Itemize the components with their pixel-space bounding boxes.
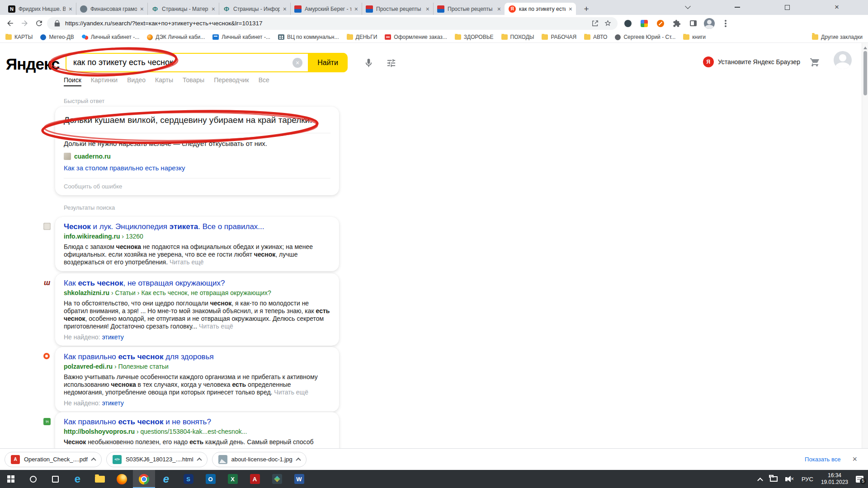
bookmark-item[interactable]: ВЦ по коммунальн... [278,34,339,40]
start-button[interactable] [0,470,22,488]
browser-menu-button[interactable] [720,18,731,29]
bookmark-item[interactable]: АВТО [584,34,607,40]
chevron-up-icon[interactable] [91,457,96,462]
taskbar-app-word[interactable] [288,470,310,488]
volume-muted-icon[interactable]: × [785,476,794,482]
back-button[interactable] [4,17,16,30]
browser-tab-2[interactable]: Финансовая грамотность× [76,3,147,15]
result-title-link[interactable]: Чеснок и лук. Энциклопедия этикета. Все … [64,222,330,231]
tab-maps[interactable]: Карты [155,76,173,86]
tab-close-icon[interactable]: × [69,5,72,13]
action-center-icon[interactable]: 5 [856,476,863,483]
other-bookmarks-button[interactable]: Другие закладки [812,34,863,40]
search-settings-icon[interactable] [385,57,397,69]
report-error-link[interactable]: Сообщить об ошибке [64,183,330,190]
extension-stamp-icon[interactable] [655,18,666,29]
taskbar-search-button[interactable] [22,470,44,488]
bookmark-item[interactable]: ЗДОРОВЬЕ [455,34,494,40]
chevron-up-icon[interactable] [197,457,202,462]
show-all-downloads-link[interactable]: Показать все [805,456,840,463]
taskbar-app-acrobat[interactable] [244,470,266,488]
taskbar-app-skype[interactable] [177,470,199,488]
tab-search[interactable]: Поиск [64,76,81,86]
download-item-pdf[interactable]: Operation_Check_....pdf [5,452,102,467]
tab-goods[interactable]: Товары [183,76,204,86]
browser-tab-4[interactable]: Страницы - Информацио× [219,3,290,15]
scrollbar-thumb[interactable] [863,51,867,95]
share-icon[interactable] [590,19,599,28]
browser-tab-7[interactable]: Простые рецепты | Стран× [433,3,505,15]
language-indicator[interactable]: РУС [802,476,813,483]
browser-tab-6[interactable]: Простые рецепты | Стран× [362,3,433,15]
scroll-up-arrow-icon[interactable] [863,45,867,49]
bookmark-item[interactable]: Личный кабинет -... [212,34,270,40]
tab-search-chevron-icon[interactable] [678,0,697,14]
result-url[interactable]: shkolazhizni.ru › Статьи › Как есть чесн… [64,289,330,296]
not-found-term-link[interactable]: этикету [102,333,124,341]
taskbar-app-photos[interactable] [266,470,288,488]
tab-close-icon[interactable]: × [354,5,358,13]
quick-answer-source[interactable]: cuaderno.ru [64,153,330,160]
side-panel-button[interactable] [687,18,699,29]
browser-tab-3[interactable]: Страницы - Материалы д× [147,3,219,15]
bookmark-item[interactable]: книги [683,34,706,40]
taskbar-app-chrome-active[interactable] [133,470,155,488]
tab-close-icon[interactable]: × [283,5,287,13]
taskbar-app-ie[interactable] [155,470,177,488]
browser-tab-8-active[interactable]: как по этикету есть чесно× [505,3,576,15]
bookmark-item[interactable]: Личный кабинет -... [82,34,140,40]
profile-avatar[interactable] [703,18,715,29]
page-scrollbar[interactable] [862,43,868,448]
extension-palette-icon[interactable] [638,18,650,29]
tab-close-icon[interactable]: × [569,5,572,13]
tab-images[interactable]: Картинки [91,76,118,86]
task-view-button[interactable] [44,470,66,488]
chevron-up-icon[interactable] [296,457,301,462]
extensions-puzzle-button[interactable] [671,18,683,29]
result-url[interactable]: info.wikireading.ru › 13260 [64,233,330,240]
result-url[interactable]: polzavred-edi.ru › Полезные статьи [64,363,330,370]
clear-search-icon[interactable]: × [292,58,302,68]
clock[interactable]: 16:3419.01.2023 [821,472,848,486]
lock-icon[interactable] [52,19,61,28]
new-tab-button[interactable]: + [580,3,592,15]
taskbar-app-edge[interactable] [66,470,89,488]
bookmark-item[interactable]: Оформление заказ... [385,34,447,40]
voice-search-mic-icon[interactable] [363,57,374,69]
tab-close-icon[interactable]: × [426,5,429,13]
download-item-html[interactable]: S035KJ6_180123_....html [106,452,208,467]
window-minimize-button[interactable] [728,0,747,14]
extension-timer-icon[interactable] [622,18,634,29]
browser-tab-5[interactable]: Амурский Берег - террито× [290,3,362,15]
tab-all[interactable]: Все [259,76,269,86]
bookmark-item[interactable]: Метео-ДВ [40,34,74,40]
download-item-image[interactable]: about-license-doc-1.jpg [212,452,307,467]
taskbar-app-firefox[interactable] [111,470,133,488]
tab-close-icon[interactable]: × [140,5,144,13]
user-avatar[interactable] [834,51,852,69]
bookmark-item[interactable]: ПОХОДЫ [501,34,534,40]
tab-video[interactable]: Видео [127,76,146,86]
forward-button[interactable] [18,17,31,30]
search-input[interactable]: как по этикету есть чеснок × [66,53,308,72]
tab-close-icon[interactable]: × [497,5,501,13]
result-url[interactable]: http://bolshoyvopros.ru › questions/1538… [64,428,330,435]
browser-tab-1[interactable]: Фридрих Ницше. Весёлая× [5,3,76,15]
bookmark-item[interactable]: КАРТЫ [5,34,33,40]
window-close-button[interactable]: × [827,0,846,14]
install-yandex-browser-banner[interactable]: Я Установите Яндекс Браузер [703,56,800,67]
reload-button[interactable] [33,17,45,30]
taskbar-app-outlook[interactable] [199,470,222,488]
url-omnibox[interactable]: https://yandex.ru/search/?text=как+по+эт… [47,17,618,30]
network-icon[interactable] [770,476,778,482]
close-download-shelf-icon[interactable]: × [852,455,857,464]
bookmark-star-icon[interactable] [603,19,612,28]
result-title-link[interactable]: Как правильно есть чеснок для здоровья [64,352,330,361]
bookmark-item[interactable]: ДЕНЬГИ [347,34,377,40]
bookmark-item[interactable]: РАБОЧАЯ [542,34,576,40]
tab-close-icon[interactable]: × [212,5,215,13]
tray-expand-chevron-icon[interactable] [757,477,763,483]
yandex-logo[interactable]: Яндекс [6,55,60,73]
result-title-link[interactable]: Как есть чеснок, не отвращая окружающих? [64,278,330,288]
bookmark-item[interactable]: ДЭК Личный каби... [147,34,205,40]
